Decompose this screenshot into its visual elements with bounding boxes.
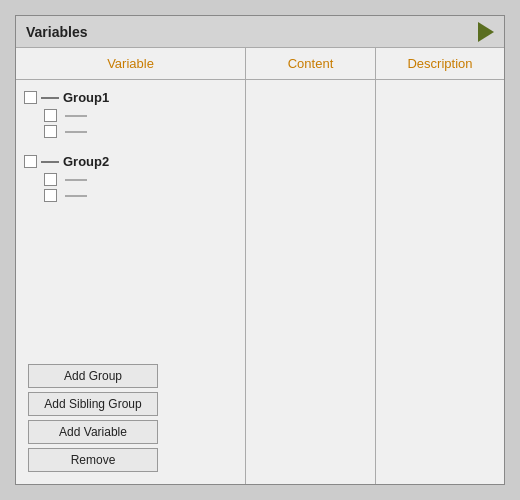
content-column: Content [246, 48, 376, 484]
variable-column-header: Variable [16, 48, 245, 80]
child-row [44, 173, 237, 186]
child2-line [65, 131, 87, 133]
arrow-icon[interactable] [478, 22, 494, 42]
panel-body: Variable Group1 [16, 48, 504, 484]
panel-header: Variables [16, 16, 504, 48]
child-row [44, 189, 237, 202]
group2-checkbox[interactable] [24, 155, 37, 168]
panel-title: Variables [26, 24, 88, 40]
child1-checkbox[interactable] [44, 109, 57, 122]
child3-line [65, 179, 87, 181]
child2-checkbox[interactable] [44, 125, 57, 138]
child3-checkbox[interactable] [44, 173, 57, 186]
content-column-header: Content [246, 48, 375, 80]
child-row [44, 125, 237, 138]
group-row: Group2 [24, 154, 237, 169]
add-sibling-group-button[interactable]: Add Sibling Group [28, 392, 158, 416]
remove-button[interactable]: Remove [28, 448, 158, 472]
child1-line [65, 115, 87, 117]
variable-list: Group1 Group2 [16, 80, 245, 356]
variables-panel: Variables Variable Group1 [15, 15, 505, 485]
button-area: Add Group Add Sibling Group Add Variable… [16, 356, 245, 484]
group1-label: Group1 [63, 90, 109, 105]
add-group-button[interactable]: Add Group [28, 364, 158, 388]
description-column: Description [376, 48, 504, 484]
group-row: Group1 [24, 90, 237, 105]
child-row [44, 109, 237, 122]
group-item: Group2 [24, 154, 237, 202]
group-item: Group1 [24, 90, 237, 138]
child4-checkbox[interactable] [44, 189, 57, 202]
group1-checkbox[interactable] [24, 91, 37, 104]
child4-line [65, 195, 87, 197]
add-variable-button[interactable]: Add Variable [28, 420, 158, 444]
group1-line [41, 97, 59, 99]
variable-column: Variable Group1 [16, 48, 246, 484]
description-column-header: Description [376, 48, 504, 80]
group2-label: Group2 [63, 154, 109, 169]
group2-line [41, 161, 59, 163]
